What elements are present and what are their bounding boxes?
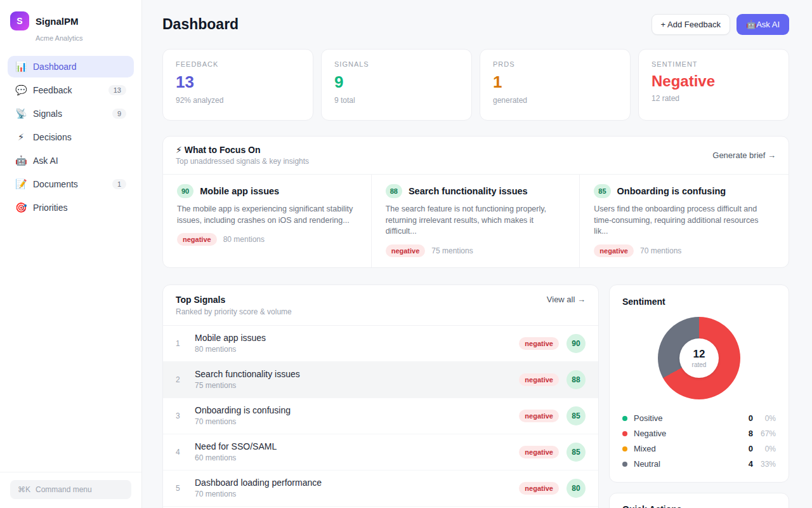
stat-sub: 12 rated — [652, 94, 776, 103]
ask-ai-label: Ask AI — [756, 20, 780, 29]
sidebar-item-label: Decisions — [33, 132, 126, 142]
top-signals-header: Top Signals Ranked by priority score & v… — [163, 285, 598, 326]
focus-card-description: The mobile app is experiencing significa… — [177, 204, 357, 226]
top-signals-panel: Top Signals Ranked by priority score & v… — [162, 284, 599, 508]
nav-badge: 13 — [108, 85, 126, 95]
focus-card-description: The search feature is not functioning pr… — [386, 204, 566, 237]
stat-card-feedback: FEEDBACK 13 92% analyzed — [162, 49, 313, 121]
top-signals-title: Top Signals — [176, 295, 292, 305]
signal-mentions: 80 mentions — [195, 345, 519, 354]
speech-balloon-icon: 💬 — [15, 84, 27, 96]
signal-row[interactable]: 1 Mobile app issues 80 mentions negative… — [163, 326, 598, 362]
stat-label: FEEDBACK — [176, 60, 300, 68]
sidebar-item-label: Documents — [33, 179, 106, 189]
focus-card-title: Search functionality issues — [409, 186, 528, 196]
score-badge: 90 — [177, 184, 193, 198]
stats-row: FEEDBACK 13 92% analyzed SIGNALS 9 9 tot… — [162, 49, 789, 121]
app-root: S SignalPM Acme Analytics 📊 Dashboard 💬 … — [0, 0, 812, 508]
score-badge: 85 — [594, 184, 610, 198]
donut-center: 12 rated — [679, 338, 719, 378]
nav-badge: 1 — [112, 179, 126, 189]
nav-badge: 9 — [112, 109, 126, 119]
focus-cards: 90 Mobile app issues The mobile app is e… — [163, 175, 789, 267]
sidebar-item-label: Feedback — [33, 85, 102, 95]
donut-center-value: 12 — [693, 348, 705, 361]
sidebar-item-label: Ask AI — [33, 156, 126, 166]
sidebar-footer: ⌘K Command menu — [0, 472, 141, 508]
sentiment-donut: 12 rated — [658, 317, 740, 399]
legend-item-positive: Positive 0 0% — [622, 411, 776, 426]
legend-dot — [622, 431, 627, 436]
brand: S SignalPM — [0, 0, 141, 32]
focus-section: ⚡ What to Focus On Top unaddressed signa… — [162, 136, 789, 268]
add-feedback-button[interactable]: + Add Feedback — [652, 14, 730, 35]
focus-card-mobile-app[interactable]: 90 Mobile app issues The mobile app is e… — [163, 175, 372, 267]
sidebar-item-feedback[interactable]: 💬 Feedback 13 — [8, 79, 134, 101]
focus-card-search[interactable]: 88 Search functionality issues The searc… — [372, 175, 580, 267]
sidebar: S SignalPM Acme Analytics 📊 Dashboard 💬 … — [0, 0, 142, 508]
sidebar-item-label: Signals — [33, 109, 106, 119]
sentiment-badge: negative — [594, 244, 634, 257]
sentiment-badge: negative — [386, 244, 426, 257]
app-name: SignalPM — [36, 16, 79, 27]
target-icon: 🎯 — [15, 202, 27, 213]
generate-brief-link[interactable]: Generate brief → — [712, 150, 776, 160]
legend-item-mixed: Mixed 0 0% — [622, 441, 776, 457]
signal-title: Mobile app issues — [195, 333, 519, 343]
signal-title: Dashboard loading performance — [195, 478, 519, 488]
signal-title: Need for SSO/SAML — [195, 441, 519, 451]
signal-row[interactable]: 5 Dashboard loading performance 70 menti… — [163, 471, 598, 507]
command-menu-button[interactable]: ⌘K Command menu — [10, 480, 131, 499]
signal-rank: 2 — [176, 375, 191, 384]
signal-row[interactable]: 3 Onboarding is confusing 70 mentions ne… — [163, 398, 598, 434]
score-badge: 85 — [566, 406, 586, 425]
signal-mentions: 60 mentions — [195, 453, 519, 462]
sidebar-item-priorities[interactable]: 🎯 Priorities — [8, 197, 134, 218]
header-actions: + Add Feedback 🤖Ask AI — [652, 14, 789, 35]
sidebar-item-decisions[interactable]: ⚡ Decisions — [8, 126, 134, 148]
ask-ai-button[interactable]: 🤖Ask AI — [737, 14, 789, 35]
stat-value: Negative — [652, 72, 776, 90]
mentions-count: 70 mentions — [640, 246, 681, 255]
legend-dot — [622, 462, 627, 467]
sidebar-nav: 📊 Dashboard 💬 Feedback 13 📡 Signals 9 ⚡ … — [0, 51, 141, 224]
sidebar-item-signals[interactable]: 📡 Signals 9 — [8, 103, 134, 124]
stat-card-signals: SIGNALS 9 9 total — [321, 49, 472, 121]
sidebar-item-dashboard[interactable]: 📊 Dashboard — [8, 56, 134, 77]
stat-label: SENTIMENT — [652, 60, 776, 68]
stat-label: SIGNALS — [334, 60, 459, 68]
focus-card-description: Users find the onboarding process diffic… — [594, 204, 775, 237]
signal-rank: 4 — [176, 448, 191, 457]
sentiment-badge: negative — [519, 410, 559, 422]
sidebar-item-ask-ai[interactable]: 🤖 Ask AI — [8, 150, 134, 171]
robot-icon: 🤖 — [746, 20, 756, 29]
legend-dot — [622, 416, 627, 421]
stat-card-prds: PRDS 1 generated — [480, 49, 631, 121]
top-signals-subtitle: Ranked by priority score & volume — [176, 307, 292, 316]
view-all-link[interactable]: View all → — [547, 295, 586, 304]
stat-label: PRDS — [493, 60, 617, 68]
main-content: Dashboard + Add Feedback 🤖Ask AI FEEDBAC… — [142, 0, 812, 508]
signal-title: Onboarding is confusing — [195, 405, 519, 415]
command-shortcut: ⌘K — [18, 485, 30, 494]
org-name: Acme Analytics — [0, 32, 141, 51]
stat-sub: 92% analyzed — [176, 96, 300, 105]
memo-icon: 📝 — [15, 178, 27, 190]
stat-sub: 9 total — [334, 96, 459, 105]
sidebar-item-documents[interactable]: 📝 Documents 1 — [8, 173, 134, 195]
page-header: Dashboard + Add Feedback 🤖Ask AI — [162, 14, 789, 35]
satellite-antenna-icon: 📡 — [15, 108, 27, 119]
signal-rank: 5 — [176, 484, 191, 493]
app-logo: S — [10, 11, 29, 30]
focus-card-title: Mobile app issues — [200, 186, 279, 196]
legend-dot — [622, 446, 627, 451]
score-badge: 88 — [386, 184, 402, 198]
signal-row[interactable]: 4 Need for SSO/SAML 60 mentions negative… — [163, 434, 598, 471]
signal-mentions: 70 mentions — [195, 417, 519, 426]
legend-item-negative: Negative 8 67% — [622, 426, 776, 441]
sentiment-badge: negative — [177, 233, 217, 246]
focus-title: ⚡ What to Focus On — [176, 145, 309, 155]
signal-row[interactable]: 2 Search functionality issues 75 mention… — [163, 362, 598, 398]
sentiment-badge: negative — [519, 337, 559, 350]
focus-card-onboarding[interactable]: 85 Onboarding is confusing Users find th… — [580, 175, 789, 267]
